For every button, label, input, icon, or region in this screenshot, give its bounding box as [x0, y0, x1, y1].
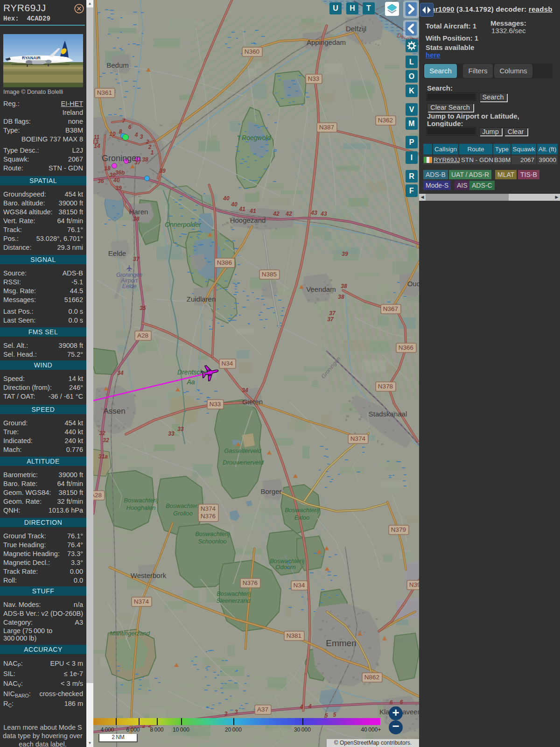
- svg-text:14: 14: [94, 143, 100, 149]
- svg-text:N34: N34: [294, 582, 305, 589]
- svg-text:Oude: Oude: [407, 280, 419, 288]
- svg-text:37: 37: [134, 159, 141, 166]
- svg-text:'t Roegwold: 't Roegwold: [237, 134, 272, 141]
- svg-text:N862: N862: [364, 674, 379, 681]
- svg-text:36b: 36b: [115, 169, 125, 176]
- svg-text:N367: N367: [383, 305, 398, 312]
- svg-text:32: 32: [103, 437, 109, 444]
- svg-text:38: 38: [338, 294, 344, 300]
- svg-text:N379: N379: [391, 526, 406, 533]
- svg-text:Assen: Assen: [103, 407, 125, 416]
- svg-text:4: 4: [134, 132, 138, 138]
- svg-text:Stadskanaal: Stadskanaal: [369, 410, 407, 418]
- svg-text:N376: N376: [243, 579, 258, 586]
- svg-text:39: 39: [342, 251, 348, 257]
- svg-text:Aa: Aa: [186, 378, 195, 386]
- svg-text:Gieten: Gieten: [242, 398, 263, 406]
- svg-text:Exloo: Exloo: [294, 514, 310, 521]
- svg-text:Boswachterij: Boswachterij: [285, 507, 320, 514]
- svg-text:RYANAIR: RYANAIR: [22, 56, 41, 60]
- svg-text:Hooghalen: Hooghalen: [126, 504, 156, 511]
- svg-text:36: 36: [98, 178, 104, 184]
- svg-text:Emmen: Emmen: [326, 638, 356, 648]
- svg-text:Odoorn: Odoorn: [275, 564, 295, 571]
- svg-text:N33: N33: [308, 75, 320, 82]
- svg-text:41: 41: [249, 208, 256, 214]
- svg-text:4: 4: [300, 704, 303, 710]
- svg-text:Onnerpolder: Onnerpolder: [165, 221, 202, 228]
- svg-text:38: 38: [133, 216, 140, 222]
- svg-text:Westerbork: Westerbork: [131, 571, 167, 579]
- svg-text:37: 37: [329, 310, 336, 317]
- svg-text:31a: 31a: [98, 453, 108, 460]
- svg-text:3: 3: [224, 711, 228, 717]
- svg-text:N391: N391: [409, 581, 419, 588]
- svg-text:N360: N360: [245, 48, 259, 55]
- svg-text:N378: N378: [378, 383, 393, 390]
- svg-text:Zuidlaren: Zuidlaren: [187, 295, 216, 303]
- svg-text:38: 38: [341, 283, 347, 289]
- svg-text:N33: N33: [210, 401, 221, 408]
- svg-text:Delfzijl: Delfzijl: [346, 25, 366, 33]
- svg-text:8: 8: [119, 128, 122, 135]
- svg-text:N362: N362: [378, 117, 393, 124]
- svg-text:41: 41: [238, 206, 245, 212]
- svg-text:Bedum: Bedum: [106, 61, 129, 69]
- svg-text:N387: N387: [319, 124, 334, 131]
- svg-text:N386: N386: [217, 259, 232, 266]
- svg-text:Eelde: Eelde: [108, 249, 126, 257]
- svg-text:N366: N366: [399, 344, 413, 351]
- svg-text:Haren: Haren: [129, 208, 148, 216]
- svg-text:40: 40: [223, 195, 230, 202]
- svg-text:Boswachterij: Boswachterij: [217, 590, 252, 597]
- svg-text:40: 40: [113, 177, 120, 183]
- svg-text:A37: A37: [257, 706, 268, 713]
- svg-text:40: 40: [231, 201, 238, 208]
- svg-text:Drentsche: Drentsche: [177, 368, 207, 376]
- svg-text:43: 43: [320, 211, 327, 217]
- svg-text:42: 42: [273, 211, 280, 217]
- svg-text:4: 4: [308, 703, 312, 710]
- svg-text:37: 37: [327, 316, 334, 323]
- svg-text:Gasselterveld: Gasselterveld: [224, 447, 261, 454]
- svg-text:6: 6: [128, 124, 132, 130]
- svg-text:37: 37: [133, 256, 140, 262]
- svg-text:Hoogezand: Hoogezand: [230, 216, 266, 224]
- svg-text:N361: N361: [97, 89, 112, 96]
- svg-text:Boswachterij: Boswachterij: [195, 530, 230, 537]
- svg-text:32: 32: [99, 430, 105, 437]
- svg-text:34: 34: [242, 387, 248, 394]
- svg-text:43: 43: [310, 210, 317, 216]
- svg-text:5: 5: [333, 712, 336, 718]
- svg-text:10: 10: [109, 131, 116, 137]
- svg-text:Veendam: Veendam: [306, 285, 336, 293]
- svg-text:A28: A28: [93, 492, 102, 499]
- svg-text:N385: N385: [262, 271, 277, 278]
- svg-text:Borger: Borger: [260, 487, 281, 495]
- svg-text:3: 3: [140, 134, 143, 140]
- svg-text:Appingedam: Appingedam: [307, 38, 346, 46]
- svg-text:39: 39: [115, 185, 122, 191]
- svg-text:6: 6: [400, 699, 403, 705]
- svg-text:38: 38: [142, 156, 148, 163]
- svg-text:N374: N374: [350, 435, 366, 442]
- svg-text:18: 18: [104, 165, 111, 172]
- svg-text:N381: N381: [287, 632, 301, 639]
- svg-text:Boswachterij: Boswachterij: [124, 497, 159, 504]
- svg-text:A28: A28: [137, 332, 148, 339]
- svg-text:42: 42: [285, 211, 292, 217]
- svg-text:N376: N376: [201, 513, 216, 520]
- svg-text:Eelde: Eelde: [122, 283, 137, 289]
- svg-text:Grolloo: Grolloo: [173, 510, 193, 517]
- svg-text:Schoonloo: Schoonloo: [198, 538, 226, 545]
- svg-text:6: 6: [390, 699, 393, 706]
- svg-text:Mantingerzand: Mantingerzand: [110, 630, 150, 637]
- svg-text:N34: N34: [222, 360, 233, 367]
- svg-text:35: 35: [140, 305, 146, 311]
- svg-text:Drouwenerveld: Drouwenerveld: [223, 459, 264, 466]
- svg-text:N374: N374: [201, 505, 216, 512]
- svg-text:1: 1: [151, 149, 154, 156]
- svg-text:N374: N374: [134, 598, 149, 605]
- svg-text:34: 34: [117, 370, 124, 376]
- svg-text:Sleenerzand: Sleenerzand: [217, 597, 251, 604]
